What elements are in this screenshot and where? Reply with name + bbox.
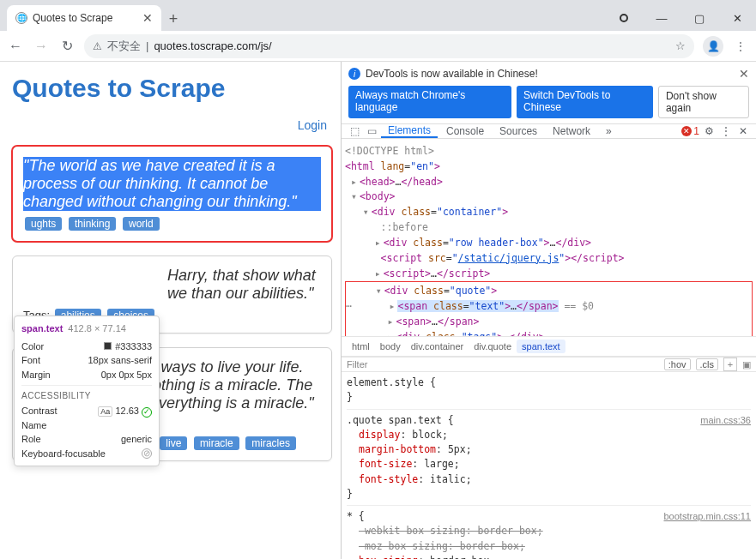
cls-toggle[interactable]: .cls: [696, 358, 719, 370]
globe-icon: 🌐: [15, 12, 27, 24]
devtools-tabs: ⬚ ▭ Elements Console Sources Network » ✕…: [342, 123, 756, 139]
page-content: Quotes to Scrape Login "The world as we …: [0, 62, 342, 559]
tooltip-dims: 412.8 × 77.14: [68, 322, 126, 336]
filter-input[interactable]: Filter: [347, 359, 659, 370]
address-field[interactable]: ⚠ 不安全 | quotes.toscrape.com/js/ ☆: [84, 34, 694, 58]
profile-icon[interactable]: 👤: [703, 36, 723, 57]
insecure-label: 不安全: [107, 39, 141, 54]
tooltip-selector: span.text: [21, 322, 63, 336]
no-icon: ⊘: [142, 448, 152, 459]
lang-match-button[interactable]: Always match Chrome's language: [348, 86, 511, 118]
toggle-computed-icon[interactable]: ▣: [742, 359, 751, 370]
devtools-panel: i DevTools is now available in Chinese! …: [342, 62, 756, 559]
window-buttons: — ▢ ✕: [605, 5, 756, 31]
lang-switch-button[interactable]: Switch DevTools to Chinese: [517, 86, 653, 118]
forward-button[interactable]: →: [33, 39, 50, 54]
url-text: quotes.toscrape.com/js/: [154, 39, 271, 52]
window-close[interactable]: ✕: [718, 5, 756, 31]
titlebar: 🌐 Quotes to Scrape ✕ + — ▢ ✕: [0, 0, 756, 31]
source-link[interactable]: main.css:36: [700, 413, 751, 428]
quote-tags: ughts thinking world: [23, 215, 321, 232]
tab-elements[interactable]: Elements: [381, 124, 438, 138]
insecure-icon: ⚠: [93, 40, 102, 52]
url-bar: ← → ↻ ⚠ 不安全 | quotes.toscrape.com/js/ ☆ …: [0, 31, 756, 62]
browser-tab[interactable]: 🌐 Quotes to Scrape ✕: [7, 5, 161, 31]
devtools-banner: i DevTools is now available in Chinese! …: [342, 62, 756, 86]
tab-close-icon[interactable]: ✕: [142, 11, 153, 25]
chrome-menu-icon[interactable]: ⋮: [732, 40, 749, 52]
new-rule-button[interactable]: +: [723, 358, 737, 371]
login-link[interactable]: Login: [12, 118, 332, 132]
more-icon[interactable]: ⋮: [718, 125, 734, 137]
window-minimize[interactable]: —: [643, 5, 680, 31]
tabs-more[interactable]: »: [599, 124, 619, 138]
language-buttons: Always match Chrome's language Switch De…: [342, 86, 756, 123]
tag[interactable]: thinking: [69, 217, 116, 231]
hov-toggle[interactable]: :hov: [664, 358, 691, 370]
devtools-close-icon[interactable]: ✕: [735, 125, 751, 137]
page-title[interactable]: Quotes to Scrape: [12, 74, 332, 103]
element-tooltip: span.text412.8 × 77.14 Color#333333 Font…: [14, 316, 160, 466]
tag[interactable]: ughts: [25, 217, 62, 231]
tab-console[interactable]: Console: [439, 124, 491, 138]
tag[interactable]: world: [123, 217, 160, 231]
chrome-account-icon[interactable]: [605, 5, 643, 31]
breadcrumb[interactable]: html body div.container div.quote span.t…: [342, 336, 756, 357]
reload-button[interactable]: ↻: [58, 38, 76, 54]
quote-card: "The world as we have created it is a pr…: [12, 146, 332, 242]
banner-text: DevTools is now available in Chinese!: [366, 68, 538, 80]
banner-close-icon[interactable]: ✕: [739, 67, 749, 81]
quote-text: Harry, that show what we than our abilit…: [167, 267, 321, 303]
window-maximize[interactable]: ▢: [680, 5, 718, 31]
tooltip-a11y-heading: ACCESSIBILITY: [21, 389, 152, 402]
tag[interactable]: live: [160, 436, 187, 450]
back-button[interactable]: ←: [7, 39, 24, 54]
device-icon[interactable]: ▭: [364, 125, 379, 137]
tab-sources[interactable]: Sources: [493, 124, 544, 138]
dom-tree[interactable]: <!DOCTYPE html> <html lang="en"> ▸<head>…: [342, 139, 756, 336]
tab-network[interactable]: Network: [546, 124, 597, 138]
css-rules[interactable]: element.style { } main.css:36 .quote spa…: [342, 372, 756, 559]
quote-text: "The world as we have created it is a pr…: [23, 157, 321, 211]
color-swatch-icon: [104, 342, 112, 350]
styles-filter-row: Filter :hov .cls + ▣: [342, 358, 756, 372]
check-icon: ✓: [142, 407, 152, 418]
inspect-icon[interactable]: ⬚: [347, 125, 362, 137]
tag[interactable]: miracles: [245, 436, 296, 450]
error-count[interactable]: ✕1: [681, 125, 699, 137]
gear-icon[interactable]: ⚙: [701, 125, 717, 137]
new-tab-button[interactable]: +: [161, 7, 185, 31]
lang-dont-button[interactable]: Don't show again: [658, 86, 749, 118]
tag[interactable]: miracle: [194, 436, 239, 450]
source-link[interactable]: bootstrap.min.css:11: [664, 509, 752, 524]
info-icon: i: [348, 68, 360, 80]
bookmark-star-icon[interactable]: ☆: [675, 39, 686, 52]
tab-title: Quotes to Scrape: [33, 12, 137, 24]
